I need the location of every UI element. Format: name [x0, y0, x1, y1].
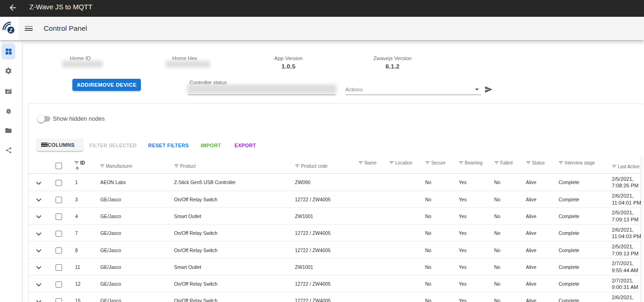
svg-text:Z: Z	[9, 27, 13, 33]
